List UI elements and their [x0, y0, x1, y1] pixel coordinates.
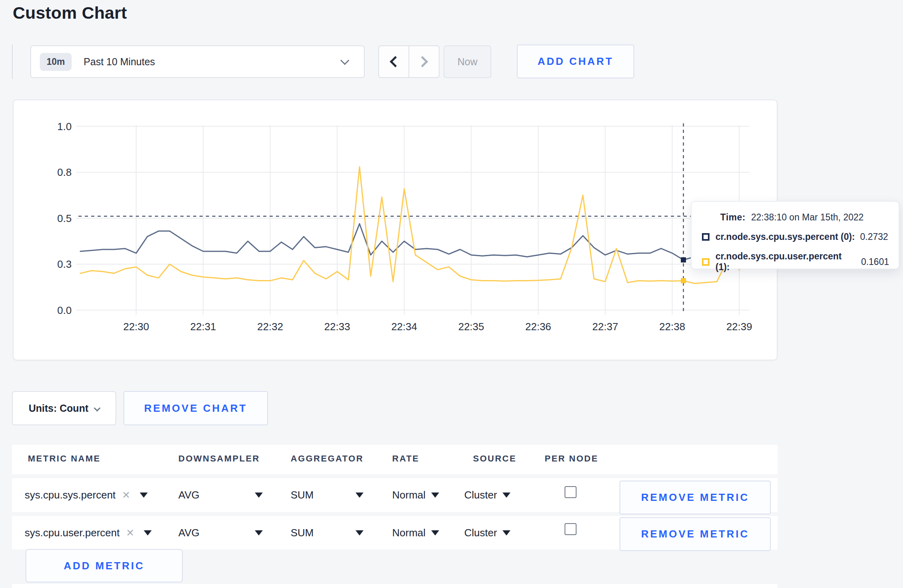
- tooltip-series-row: cr.node.sys.cpu.sys.percent (0): 0.2732: [702, 232, 889, 242]
- source-value: Cluster: [464, 489, 497, 501]
- svg-text:0.0: 0.0: [57, 304, 72, 316]
- svg-text:22:35: 22:35: [458, 321, 484, 333]
- svg-text:22:38: 22:38: [659, 321, 685, 333]
- aggregator-value: SUM: [291, 489, 314, 501]
- svg-text:22:34: 22:34: [391, 321, 417, 333]
- remove-metric-button[interactable]: REMOVE METRIC: [620, 517, 771, 551]
- add-metric-button[interactable]: ADD METRIC: [25, 549, 183, 582]
- next-time-button[interactable]: [408, 46, 439, 77]
- dropdown-arrow-icon: [255, 493, 263, 498]
- header-per-node: PER NODE: [545, 454, 598, 464]
- dropdown-arrow-icon: [502, 530, 510, 535]
- dropdown-arrow-icon: [431, 493, 439, 498]
- clear-metric-icon[interactable]: ✕: [126, 527, 134, 539]
- dropdown-arrow-icon: [255, 530, 263, 535]
- chart-card: 0.00.30.50.81.022:3022:3122:3222:3322:34…: [13, 99, 778, 360]
- rate-select[interactable]: Normal: [392, 516, 439, 550]
- dropdown-arrow-icon: [356, 530, 364, 535]
- svg-text:22:30: 22:30: [123, 321, 149, 333]
- rate-value: Normal: [392, 489, 426, 501]
- rate-value: Normal: [392, 527, 426, 539]
- source-select[interactable]: Cluster: [464, 516, 510, 550]
- user-percent-swatch-icon: [702, 258, 710, 266]
- bottom-panel-edge: [12, 584, 778, 588]
- tooltip-series-row: cr.node.sys.cpu.user.percent (1): 0.1601: [702, 251, 889, 273]
- chevron-right-icon: [417, 56, 428, 67]
- add-chart-button[interactable]: ADD CHART: [517, 45, 634, 78]
- svg-text:1.0: 1.0: [57, 121, 72, 132]
- per-node-checkbox[interactable]: [565, 486, 577, 498]
- aggregator-select[interactable]: SUM: [291, 516, 364, 550]
- svg-text:22:37: 22:37: [592, 321, 618, 333]
- tooltip-series-label: cr.node.sys.cpu.sys.percent (0):: [715, 232, 855, 242]
- header-metric-name: METRIC NAME: [28, 454, 101, 464]
- controls-left-divider: [12, 45, 13, 79]
- aggregator-select[interactable]: SUM: [291, 478, 364, 512]
- source-value: Cluster: [464, 527, 497, 539]
- svg-text:0.5: 0.5: [57, 212, 72, 224]
- tooltip-time-value: 22:38:10 on Mar 15th, 2022: [751, 212, 864, 223]
- units-selector[interactable]: Units: Count: [12, 391, 116, 425]
- header-downsampler: DOWNSAMPLER: [178, 454, 260, 464]
- metric-name-select[interactable]: sys.cpu.user.percent ✕: [25, 516, 152, 550]
- chart-tooltip: Time: 22:38:10 on Mar 15th, 2022 cr.node…: [691, 201, 899, 269]
- dropdown-arrow-icon: [431, 530, 439, 535]
- clear-metric-icon[interactable]: ✕: [122, 489, 130, 501]
- svg-text:22:39: 22:39: [726, 321, 752, 333]
- dropdown-arrow-icon: [356, 493, 364, 498]
- metric-name-value: sys.cpu.user.percent: [25, 527, 119, 539]
- per-node-checkbox[interactable]: [565, 523, 577, 535]
- tooltip-series-value: 0.2732: [860, 232, 888, 242]
- time-window-label: Past 10 Minutes: [84, 56, 155, 68]
- downsampler-value: AVG: [178, 489, 199, 501]
- tooltip-series-value: 0.1601: [861, 257, 889, 267]
- time-nav-group: [378, 45, 440, 78]
- header-source: SOURCE: [473, 454, 516, 464]
- time-window-selector[interactable]: 10m Past 10 Minutes: [30, 45, 365, 78]
- svg-text:0.3: 0.3: [57, 258, 72, 270]
- metric-name-value: sys.cpu.sys.percent: [25, 489, 115, 501]
- chevron-down-icon: [94, 405, 100, 412]
- dropdown-arrow-icon: [502, 493, 510, 498]
- dropdown-arrow-icon[interactable]: [140, 493, 148, 498]
- remove-metric-button[interactable]: REMOVE METRIC: [620, 481, 771, 514]
- svg-text:0.8: 0.8: [57, 166, 72, 178]
- tooltip-series-label: cr.node.sys.cpu.user.percent (1):: [715, 251, 856, 273]
- tooltip-time-label: Time:: [720, 212, 745, 223]
- aggregator-value: SUM: [291, 527, 314, 539]
- metrics-line-chart[interactable]: 0.00.30.50.81.022:3022:3122:3222:3322:34…: [14, 100, 777, 360]
- svg-text:22:36: 22:36: [525, 321, 551, 333]
- svg-text:22:31: 22:31: [190, 321, 216, 333]
- prev-time-button[interactable]: [379, 46, 408, 77]
- remove-chart-button[interactable]: REMOVE CHART: [123, 391, 268, 425]
- now-button[interactable]: Now: [444, 45, 491, 78]
- header-aggregator: AGGREGATOR: [291, 454, 364, 464]
- sys-percent-swatch-icon: [702, 233, 710, 241]
- page-title: Custom Chart: [13, 3, 127, 23]
- svg-text:22:33: 22:33: [324, 321, 350, 333]
- metric-name-select[interactable]: sys.cpu.sys.percent ✕: [25, 478, 148, 512]
- downsampler-select[interactable]: AVG: [178, 478, 263, 512]
- source-select[interactable]: Cluster: [464, 478, 510, 512]
- time-window-badge: 10m: [40, 53, 72, 71]
- downsampler-select[interactable]: AVG: [178, 516, 263, 550]
- chevron-left-icon: [390, 56, 401, 67]
- dropdown-arrow-icon[interactable]: [144, 530, 152, 535]
- header-rate: RATE: [392, 454, 419, 464]
- svg-text:22:32: 22:32: [257, 321, 283, 333]
- downsampler-value: AVG: [178, 527, 199, 539]
- chevron-down-icon: [340, 56, 350, 65]
- units-label: Units: Count: [29, 403, 88, 414]
- tooltip-time-row: Time: 22:38:10 on Mar 15th, 2022: [702, 212, 889, 223]
- rate-select[interactable]: Normal: [392, 478, 439, 512]
